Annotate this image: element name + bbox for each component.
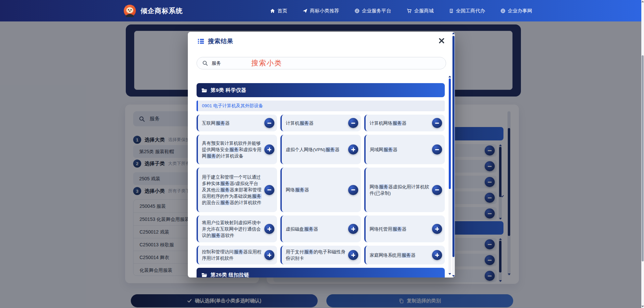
result-item: 互联网服务器	[197, 115, 277, 131]
result-item-text: 控制和管理访问服务器应用程序用计算机软件	[202, 249, 262, 261]
navbar: 倾企商标系统 首页商标小类推荐企业服务平台企服商城全国工商代办企业办事网	[0, 0, 641, 21]
add-item-button[interactable]	[264, 250, 274, 260]
result-item: 控制和管理访问服务器应用程序用计算机软件	[197, 246, 277, 264]
add-item-button[interactable]	[432, 224, 442, 234]
nav-item-label: 全国工商代办	[456, 8, 485, 14]
cart-icon	[407, 8, 412, 13]
close-button[interactable]	[437, 37, 445, 45]
search-annotation: 搜索小类	[251, 58, 282, 68]
nav-menu: 首页商标小类推荐企业服务平台企服商城全国工商代办企业办事网	[270, 0, 532, 21]
result-item-text: 家庭网络系统用服务器	[370, 252, 416, 258]
remove-item-button[interactable]	[432, 185, 442, 195]
highlight-term: 服务	[300, 121, 309, 126]
result-item-text: 网络服务器	[286, 187, 309, 193]
add-item-button[interactable]	[264, 144, 274, 155]
search-results-list: 第9类 科学仪器0901 电子计算机及其外部设备互联网服务器计算机服务器计算机网…	[197, 83, 445, 278]
highlight-term: 服务	[325, 147, 335, 152]
result-item: 用于建立和管理一个可以通过多种实体服务器/虚拟化平台及其他云服务器来部署和管理应…	[197, 168, 277, 212]
highlight-term: 服务	[379, 184, 388, 189]
remove-item-button[interactable]	[264, 118, 274, 128]
app-root: 倾企商标系统 首页商标小类推荐企业服务平台企服商城全国工商代办企业办事网 服务 …	[0, 0, 644, 308]
search-results-modal: 搜索结果 服务 搜索小类 第9类 科学仪器0901 电子计算机及其外部设备互联网…	[188, 32, 455, 278]
nav-item-3[interactable]: 企服商城	[407, 8, 434, 14]
result-item: 家庭网络系统用服务器	[364, 246, 445, 264]
result-grid: 互联网服务器计算机服务器计算机网络服务器具有预安装计算机软件并能够提供网络安全服…	[197, 115, 445, 264]
remove-item-button[interactable]	[432, 144, 442, 155]
remove-item-button[interactable]	[348, 118, 358, 128]
highlight-term: 服务	[304, 249, 314, 254]
results-scrollbar-thumb[interactable]	[449, 78, 451, 189]
nav-item-label: 商标小类推荐	[310, 8, 339, 14]
results-scrollbar[interactable]	[448, 76, 451, 275]
nav-item-label: 首页	[277, 8, 287, 14]
result-item-text: 具有预安装计算机软件并能够提供网络安全服务和虚拟专用网服务的计算机设备	[202, 140, 262, 159]
highlight-term: 服务	[304, 227, 314, 232]
subcategory-header: 0901 电子计算机及其外部设备	[197, 101, 445, 111]
highlight-term: 服务	[220, 187, 230, 192]
app-logo-icon	[123, 4, 136, 17]
highlight-term: 服务	[220, 200, 230, 205]
nav-item-label: 企业服务平台	[362, 8, 391, 14]
nav-item-2[interactable]: 企业服务平台	[355, 8, 391, 14]
nav-item-label: 企服商城	[414, 8, 434, 14]
remove-item-button[interactable]	[348, 185, 358, 195]
nav-item-1[interactable]: 商标小类推荐	[303, 8, 339, 14]
result-item: 计算机服务器	[280, 115, 361, 131]
highlight-term: 服务	[216, 121, 225, 126]
highlight-term: 服务	[207, 153, 216, 159]
nav-item-5[interactable]: 企业办事网	[500, 8, 532, 14]
class-header: 第9类 科学仪器	[197, 83, 445, 97]
highlight-term: 服务	[229, 147, 239, 152]
result-item: 网络服务器虚拟化用计算机软件(已录制)	[364, 168, 445, 212]
result-item-text: 用于建立和管理一个可以通过多种实体服务器/虚拟化平台及其他云服务器来部署和管理应…	[202, 174, 262, 206]
highlight-term: 服务	[383, 147, 393, 152]
nav-item-label: 企业办事网	[508, 8, 532, 14]
highlight-term: 服务	[234, 249, 244, 254]
folder-icon	[201, 87, 207, 93]
add-item-button[interactable]	[432, 250, 442, 260]
remove-item-button[interactable]	[264, 185, 274, 195]
class-header: 第26类 纽扣拉链	[197, 268, 445, 278]
folder-icon	[201, 272, 207, 278]
globe-icon	[355, 8, 360, 13]
modal-search-value: 服务	[212, 60, 221, 66]
result-item-text: 网络托管用服务器	[370, 226, 407, 232]
result-item: 计算机网络服务器	[364, 115, 445, 131]
result-item-text: 将用户位置映射到虚拟环境中并允许在互联网中进行通信会议的服务器软件	[202, 220, 262, 239]
result-item: 局域网服务器	[364, 135, 445, 164]
result-item-text: 虚拟磁盘服务器	[286, 226, 318, 232]
result-item-text: 计算机服务器	[286, 120, 314, 126]
modal-scrollbar[interactable]	[452, 32, 455, 278]
modal-search-input[interactable]: 服务 搜索小类	[197, 57, 446, 69]
nav-item-4[interactable]: 全国工商代办	[449, 8, 485, 14]
result-item: 虚拟个人网络(VPN)服务器	[280, 135, 361, 164]
highlight-term: 服务	[252, 194, 262, 199]
page-scrollbar-thumb[interactable]	[642, 55, 644, 261]
modal-scrollbar-thumb[interactable]	[452, 36, 454, 257]
add-item-button[interactable]	[348, 144, 358, 155]
search-icon	[202, 60, 208, 66]
highlight-term: 服务	[392, 121, 402, 126]
add-item-button[interactable]	[264, 224, 274, 234]
nav-item-0[interactable]: 首页	[270, 8, 287, 14]
add-item-button[interactable]	[348, 250, 358, 260]
result-item: 具有预安装计算机软件并能够提供网络安全服务和虚拟专用网服务的计算机设备	[197, 135, 277, 164]
brand-name: 倾企商标系统	[141, 6, 183, 15]
list-icon	[197, 38, 205, 45]
result-item-text: 计算机网络服务器	[370, 120, 407, 126]
brand: 倾企商标系统	[123, 0, 183, 21]
remove-item-button[interactable]	[432, 118, 442, 128]
result-item: 虚拟磁盘服务器	[280, 215, 361, 242]
highlight-term: 服务	[401, 253, 411, 258]
add-item-button[interactable]	[348, 224, 358, 234]
result-item-text: 网络服务器虚拟化用计算机软件(已录制)	[370, 184, 430, 196]
page-scrollbar[interactable]	[641, 0, 644, 308]
result-item: 网络托管用服务器	[364, 215, 445, 242]
highlight-term: 服务	[392, 227, 402, 232]
result-item: 用于支付服务的电子和磁性身份识别卡	[280, 246, 361, 264]
result-item: 网络服务器	[280, 168, 361, 212]
result-item-text: 互联网服务器	[202, 120, 230, 126]
result-item-text: 局域网服务器	[370, 146, 397, 153]
highlight-term: 服务	[211, 233, 221, 238]
plane-icon	[303, 8, 308, 13]
